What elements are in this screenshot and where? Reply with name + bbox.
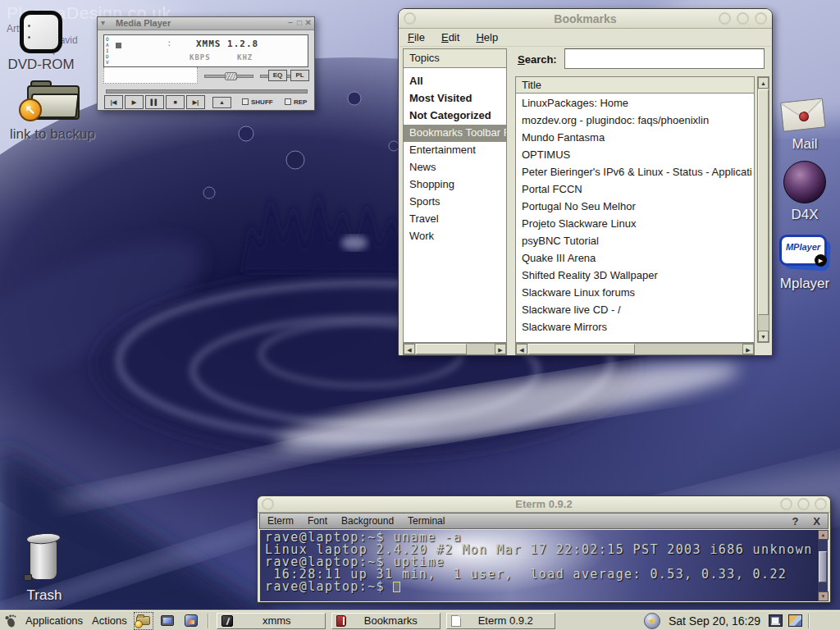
scroll-right-icon[interactable]: ▶	[495, 344, 506, 354]
desktop-icon-d4x[interactable]: D4X	[776, 161, 833, 223]
bookmark-row[interactable]: Mundo Fantasma	[516, 130, 754, 147]
topic-row[interactable]: Entertainment	[404, 142, 506, 159]
bookmarks-horizontal-scrollbar[interactable]: ◀ ▶	[515, 343, 755, 355]
close-icon[interactable]	[755, 12, 767, 25]
menu-item[interactable]: Font	[308, 515, 327, 527]
desktop-icon-dvd-rom[interactable]: DVD-ROM	[2, 11, 80, 73]
close-button[interactable]: X	[813, 515, 820, 527]
topic-row[interactable]: News	[404, 159, 506, 176]
desktop-icon-trash[interactable]: Trash	[11, 533, 77, 604]
bookmark-row[interactable]: Peter Bieringer's IPv6 & Linux - Status …	[516, 164, 754, 181]
terminal-output[interactable]: rave@laptop:~$ uname -aLinux laptop 2.4.…	[260, 530, 828, 601]
topic-row[interactable]: Sports	[404, 194, 506, 211]
desktop-icon-mail[interactable]: Mail	[773, 100, 837, 153]
bookmark-row[interactable]: psyBNC Tutorial	[516, 233, 754, 250]
menu-item[interactable]: Eterm	[267, 515, 294, 527]
bookmark-row[interactable]: Shifted Reality 3D Wallpaper	[516, 267, 754, 285]
maximize-icon[interactable]	[737, 12, 749, 25]
menu-item[interactable]: Background	[341, 515, 394, 527]
oaidv-buttons[interactable]: OAIDV	[106, 36, 112, 65]
menu-item[interactable]: Edit	[441, 31, 459, 43]
seek-bar[interactable]	[106, 89, 308, 94]
topic-row[interactable]: Bookmarks Toolbar F	[404, 125, 506, 142]
stop-button[interactable]: ■	[166, 95, 185, 109]
bookmarks-titlebar[interactable]: Bookmarks	[399, 9, 772, 29]
topic-row[interactable]: Shopping	[404, 176, 506, 194]
next-button[interactable]: ▶|	[186, 95, 205, 109]
scroll-left-icon[interactable]: ◀	[404, 344, 415, 354]
topic-row[interactable]: Work	[404, 228, 506, 245]
topic-row[interactable]: Most Visited	[404, 90, 506, 107]
maximize-icon[interactable]	[797, 498, 810, 510]
maximize-icon[interactable]: □	[297, 18, 302, 27]
title-column-header[interactable]: Title	[515, 76, 755, 94]
scrollbar-thumb[interactable]	[416, 344, 467, 354]
gnome-foot-menu-icon[interactable]	[3, 614, 18, 628]
scrollbar-thumb[interactable]	[758, 89, 769, 315]
bookmark-row[interactable]: LinuxPackages: Home	[516, 95, 754, 112]
topics-column-header[interactable]: Topics	[403, 48, 507, 68]
bookmark-row[interactable]: Slackware Linux forums	[516, 285, 754, 302]
task-button-xmms[interactable]: xmms	[217, 613, 326, 629]
topics-horizontal-scrollbar[interactable]: ◀ ▶	[403, 343, 507, 355]
close-icon[interactable]: ✕	[305, 18, 312, 27]
star-globe-applet-icon[interactable]: ★	[644, 613, 660, 629]
shade-icon[interactable]: ▾	[101, 18, 105, 27]
xmms-titlebar[interactable]: ▾ Media Player − □ ✕	[98, 17, 314, 30]
equalizer-button[interactable]: EQ	[268, 70, 287, 81]
volume-slider[interactable]	[204, 75, 253, 78]
bookmarks-vertical-scrollbar[interactable]: ▲ ▼	[757, 76, 769, 343]
task-button-bookmarks[interactable]: Bookmarks	[331, 613, 441, 629]
visualizer-area[interactable]	[103, 67, 198, 84]
desktop-icon-link-to-backup[interactable]: ↖ link to backup	[7, 80, 98, 143]
pause-button[interactable]: ▌▌	[145, 95, 164, 109]
scrollbar-thumb[interactable]	[819, 551, 827, 582]
show-desktop-icon[interactable]	[769, 614, 783, 627]
bookmark-row[interactable]: Slackware live CD - /	[516, 302, 754, 319]
actions-menu[interactable]: Actions	[90, 614, 129, 627]
volume-slider-thumb[interactable]	[225, 72, 237, 80]
menu-item[interactable]: File	[408, 31, 425, 43]
bookmark-row[interactable]: Portugal No Seu Melhor	[516, 199, 754, 216]
search-input[interactable]	[564, 48, 765, 69]
minimize-icon[interactable]	[780, 498, 792, 510]
scroll-up-icon[interactable]: ▲	[818, 530, 829, 540]
repeat-checkbox[interactable]: REP	[285, 98, 307, 106]
help-button[interactable]: ?	[792, 515, 798, 527]
bookmark-row[interactable]: mozdev.org - plugindoc: faqs/phoenixlin	[516, 112, 754, 130]
bookmark-row[interactable]: Slackware Mirrors	[516, 319, 754, 336]
scroll-right-icon[interactable]: ▶	[742, 344, 754, 354]
minimize-icon[interactable]: −	[288, 18, 293, 27]
scroll-down-icon[interactable]: ▼	[758, 331, 769, 342]
topic-row[interactable]: Travel	[404, 211, 506, 228]
play-button[interactable]: ▶	[125, 95, 144, 109]
close-icon[interactable]	[815, 498, 827, 510]
topic-row[interactable]: Not Categorized	[404, 107, 506, 125]
scroll-up-icon[interactable]: ▲	[758, 77, 769, 89]
scrollbar-thumb[interactable]	[528, 344, 635, 354]
scroll-left-icon[interactable]: ◀	[516, 344, 527, 354]
desktop-icon-mplayer[interactable]: MPlayer ▶ Mplayer	[769, 233, 840, 292]
bookmark-row[interactable]: OPTIMUS	[516, 147, 754, 164]
bookmark-row[interactable]: Portal FCCN	[516, 181, 754, 199]
playlist-button[interactable]: PL	[290, 70, 309, 81]
browser-launcher[interactable]	[182, 613, 200, 629]
clock-applet[interactable]: Sat Sep 20, 16:29	[666, 614, 763, 628]
scroll-down-icon[interactable]: ▼	[818, 591, 829, 601]
topic-row[interactable]: All	[404, 73, 506, 90]
minimize-icon[interactable]	[719, 12, 731, 25]
terminal-launcher[interactable]	[158, 613, 176, 629]
bookmark-row[interactable]: Quake III Arena	[516, 250, 754, 267]
previous-button[interactable]: |◀	[104, 95, 123, 109]
bookmark-row[interactable]: Projeto Slackware Linux	[516, 216, 754, 233]
eterm-titlebar[interactable]: Eterm 0.9.2	[258, 496, 830, 513]
applications-menu[interactable]: Applications	[24, 614, 84, 627]
menu-item[interactable]: Terminal	[408, 515, 445, 527]
terminal-scrollbar[interactable]: ▲ ▼	[817, 530, 828, 601]
shuffle-checkbox[interactable]: SHUFF	[242, 98, 273, 106]
task-button-eterm[interactable]: Eterm 0.9.2	[446, 613, 555, 629]
workspace-pager-icon[interactable]	[788, 614, 802, 627]
eject-button[interactable]: ▲	[212, 97, 231, 108]
menu-item[interactable]: Help	[476, 31, 498, 43]
file-manager-launcher[interactable]	[135, 613, 153, 629]
